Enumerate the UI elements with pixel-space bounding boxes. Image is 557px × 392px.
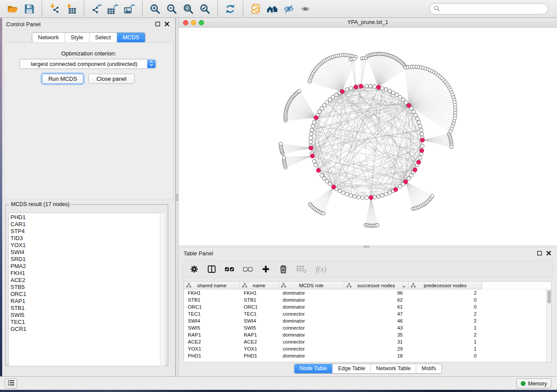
table-row[interactable]: ACE2ACE2connector311 <box>184 338 551 345</box>
zoom-fit-button[interactable] <box>180 3 197 15</box>
table-cell: FKH1 <box>240 289 279 296</box>
export-image-button[interactable] <box>121 3 138 15</box>
network-graph[interactable] <box>179 28 557 245</box>
table-cell: connector <box>279 338 344 345</box>
mcds-result-item[interactable]: FKH1 <box>10 270 160 277</box>
mcds-result-item[interactable]: TEC1 <box>10 319 160 326</box>
zoom-out-button[interactable] <box>163 3 180 15</box>
column-header-MCDS-role[interactable]: MCDS role <box>279 282 344 289</box>
close-panel-button[interactable]: Close panel <box>88 74 135 84</box>
tab-network[interactable]: Network <box>32 33 65 42</box>
optimization-criterion-select[interactable]: largest connected component (undirected) <box>20 59 156 69</box>
mcds-result-item[interactable]: YOX1 <box>10 242 160 249</box>
tab-motifs[interactable]: Motifs <box>416 364 441 373</box>
delete-column-icon <box>279 265 288 274</box>
mcds-result-item[interactable]: PMA2 <box>10 263 160 270</box>
apply-layout-button[interactable] <box>222 3 239 15</box>
zoom-fit-icon <box>183 3 194 14</box>
table-cell: dominator <box>279 352 344 359</box>
control-panel: Control Panel NetworkStyleSelectMCDS Opt… <box>2 18 176 376</box>
export-table-icon <box>107 3 119 14</box>
table-cell: 46 <box>344 317 408 324</box>
mcds-result-item[interactable]: STB5 <box>10 284 160 291</box>
table-row[interactable]: ORC1ORC1dominator610 <box>184 303 551 310</box>
table-row[interactable]: PHD1PHD1dominator180 <box>184 352 551 359</box>
column-header-predecessor-nodes[interactable]: predecessor nodes <box>408 282 482 289</box>
select-all-button[interactable] <box>225 265 235 274</box>
tab-node-table[interactable]: Node Table <box>294 364 332 373</box>
table-row[interactable]: STB1STB1dominator620 <box>184 296 551 303</box>
settings-button[interactable] <box>190 265 199 274</box>
mcds-result-item[interactable]: ACE2 <box>10 277 160 284</box>
horizontal-divider-handle[interactable] <box>363 246 370 248</box>
close-control-panel-icon[interactable] <box>164 21 170 27</box>
table-cell: STB1 <box>240 296 279 303</box>
mcds-result-item[interactable]: GCR1 <box>10 326 160 333</box>
table-cell: SWI5 <box>184 324 240 331</box>
mcds-result-item[interactable]: SWI4 <box>10 249 160 256</box>
zoom-in-button[interactable] <box>147 3 163 15</box>
network-canvas[interactable] <box>179 28 557 245</box>
toolbar-separator <box>217 1 218 16</box>
mcds-result-item[interactable]: SWI5 <box>10 312 160 319</box>
table-row[interactable]: YOX1YOX1connector291 <box>184 345 551 352</box>
close-table-panel-icon[interactable] <box>546 251 552 256</box>
mcds-result-item[interactable]: CAR1 <box>10 221 160 228</box>
mcds-result-title: MCDS result (17 nodes) <box>9 201 71 207</box>
table-row[interactable]: SWI5SWI5connector431 <box>184 324 551 331</box>
tab-edge-table[interactable]: Edge Table <box>332 364 370 373</box>
column-header-successor-nodes[interactable]: successor nodes <box>344 282 408 289</box>
float-control-panel-icon[interactable] <box>155 21 161 27</box>
export-table-button[interactable] <box>105 3 121 15</box>
mcds-result-item[interactable]: TID3 <box>10 235 160 242</box>
mcds-result-item[interactable]: ORC1 <box>10 291 160 298</box>
import-table-button[interactable] <box>63 3 80 15</box>
network-window-titlebar[interactable]: YPA_prune.txt_1 <box>179 18 557 28</box>
task-history-button[interactable] <box>5 378 17 389</box>
add-column-button[interactable] <box>261 265 270 274</box>
delete-column-button[interactable] <box>279 265 288 274</box>
hide-selected-button[interactable] <box>280 3 297 15</box>
export-network-button[interactable] <box>88 3 105 15</box>
mcds-result-item[interactable]: PHD1 <box>10 214 160 221</box>
stepper-chevrons-icon <box>149 59 154 69</box>
table-cell: 1 <box>408 338 482 345</box>
settings-icon <box>190 265 199 274</box>
float-table-panel-icon[interactable] <box>537 251 543 256</box>
run-mcds-button[interactable]: Run MCDS <box>42 74 83 84</box>
mcds-result-item[interactable]: STB1 <box>10 305 160 312</box>
zoom-selected-button[interactable] <box>197 3 213 15</box>
deselect-all-button[interactable] <box>243 265 253 274</box>
column-header-shared-name[interactable]: shared name <box>184 282 240 289</box>
vertical-divider-handle[interactable] <box>176 194 178 201</box>
tab-network-table[interactable]: Network Table <box>370 364 416 373</box>
show-all-button[interactable] <box>297 3 314 15</box>
table-scrollbar[interactable] <box>546 289 551 362</box>
column-header-name[interactable]: name <box>240 282 279 289</box>
import-network-button[interactable] <box>46 3 63 15</box>
mcds-result-item[interactable]: SRD1 <box>10 256 160 263</box>
table-tabs: Node TableEdge TableNetwork TableMotifs <box>294 364 442 374</box>
home-views-button[interactable] <box>264 3 280 15</box>
split-panel-button[interactable] <box>207 265 216 274</box>
memory-button[interactable]: Memory <box>516 378 551 389</box>
panel-divider-vertical[interactable] <box>176 18 179 376</box>
mcds-result-item[interactable]: STP4 <box>10 228 160 235</box>
share-document-button[interactable] <box>247 3 264 15</box>
mcds-result-scrollbar[interactable] <box>160 213 165 366</box>
function-builder-button: f(x) <box>315 265 329 274</box>
table-row[interactable]: FKH1FKH1dominator962 <box>184 289 551 296</box>
tab-select[interactable]: Select <box>89 33 117 42</box>
search-input[interactable] <box>443 4 548 13</box>
header-filler <box>482 282 551 289</box>
table-cell: TEC1 <box>184 310 240 317</box>
tab-style[interactable]: Style <box>65 33 89 42</box>
open-file-button[interactable] <box>4 3 21 15</box>
table-row[interactable]: SWI4SWI4dominator462 <box>184 317 551 324</box>
mcds-result-item[interactable]: RAP1 <box>10 298 160 305</box>
table-row[interactable]: RAP1RAP1dominator352 <box>184 331 551 338</box>
table-scrollbar-thumb[interactable] <box>547 290 551 303</box>
table-row[interactable]: TEC1TEC1connector472 <box>184 310 551 317</box>
tab-mcds[interactable]: MCDS <box>117 33 145 42</box>
save-session-button[interactable] <box>21 3 38 15</box>
